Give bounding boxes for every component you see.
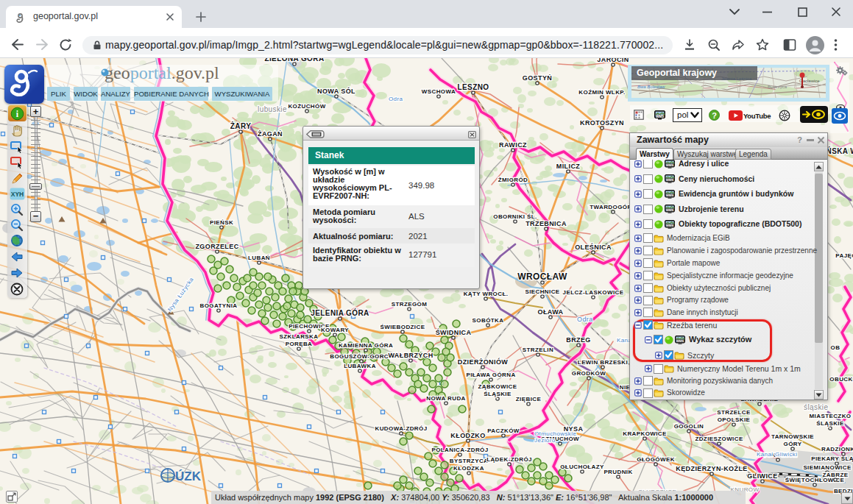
svg-text:ŚWIDNICA: ŚWIDNICA xyxy=(436,328,472,336)
svg-text:GŁOGÓWEK: GŁOGÓWEK xyxy=(637,456,675,463)
svg-text:GÓRY: GÓRY xyxy=(784,441,802,447)
svg-text:Jezioro: Jezioro xyxy=(534,437,556,444)
svg-text:NOWA SÓL: NOWA SÓL xyxy=(317,87,355,95)
svg-text:PORĘBA: PORĘBA xyxy=(286,341,313,347)
svg-text:POLANICA-ZDRÓJ: POLANICA-ZDRÓJ xyxy=(431,447,488,453)
svg-text:OB: OB xyxy=(831,344,840,351)
svg-text:Odra: Odra xyxy=(577,316,593,323)
svg-text:GOSTYŃ: GOSTYŃ xyxy=(523,74,552,82)
svg-text:WSCHOWA: WSCHOWA xyxy=(422,88,456,95)
svg-text:GLIWICE: GLIWICE xyxy=(747,472,777,480)
svg-text:SIEMIANOWICE: SIEMIANOWICE xyxy=(803,464,852,471)
svg-text:OBORNIKI ŚL.: OBORNIKI ŚL. xyxy=(493,213,537,220)
svg-text:JAROCIN: JAROCIN xyxy=(597,58,629,63)
svg-text:SZKLARSKA: SZKLARSKA xyxy=(280,333,319,340)
svg-text:PAJĘCZ: PAJĘCZ xyxy=(835,252,853,259)
svg-text:WMS: WMS xyxy=(666,224,674,227)
svg-text:WROCŁAW: WROCŁAW xyxy=(517,271,567,282)
svg-text:ŻARY: ŻARY xyxy=(230,121,251,130)
svg-text:KROTOSZYN: KROTOSZYN xyxy=(580,119,624,127)
svg-text:TARNOWSKIE: TARNOWSKIE xyxy=(771,433,814,440)
svg-text:Kanał Gliwicki: Kanał Gliwicki xyxy=(757,451,797,458)
svg-text:OLEŚNICA: OLEŚNICA xyxy=(575,243,612,251)
svg-text:PIŁAWA GÓRNA: PIŁAWA GÓRNA xyxy=(466,372,515,378)
svg-text:JELENIA GÓRA: JELENIA GÓRA xyxy=(311,308,369,317)
svg-text:ŚLĄSKIE: ŚLĄSKIE xyxy=(484,391,512,397)
svg-text:STRZELCE: STRZELCE xyxy=(717,409,751,416)
svg-text:OBUCK: OBUCK xyxy=(829,376,852,383)
svg-text:KAMIENNA GÓRA: KAMIENNA GÓRA xyxy=(339,342,393,349)
svg-text:RADZIONKÓW: RADZIONKÓW xyxy=(821,446,853,452)
svg-text:KRAPKOWICE: KRAPKOWICE xyxy=(623,430,667,437)
svg-text:Otmuchowskie: Otmuchowskie xyxy=(534,430,576,437)
svg-text:KŁODZKO: KŁODZKO xyxy=(450,432,485,439)
svg-text:ÚZK: ÚZK xyxy=(175,469,202,483)
svg-text:ZDZIESZOWICE: ZDZIESZOWICE xyxy=(695,436,743,442)
svg-text:WMS: WMS xyxy=(656,115,664,118)
svg-text:TRZEBNICA: TRZEBNICA xyxy=(525,220,567,227)
svg-text:WMS: WMS xyxy=(666,194,674,197)
svg-text:WMS: WMS xyxy=(666,208,674,212)
svg-text:ZABRZE: ZABRZE xyxy=(823,472,849,478)
svg-text:GŁUCHOŁAZY: GŁUCHOŁAZY xyxy=(560,464,604,470)
svg-text:SIECHNICE: SIECHNICE xyxy=(525,288,559,295)
svg-text:KOŹMIN WLKP.: KOŹMIN WLKP. xyxy=(578,89,625,96)
svg-text:PIEKARY ŚLĄSK: PIEKARY ŚLĄSK xyxy=(811,455,853,462)
svg-text:LESZNO: LESZNO xyxy=(458,83,489,91)
svg-text:XYH: XYH xyxy=(11,191,24,198)
svg-text:KUDOWA-ZDRÓJ: KUDOWA-ZDRÓJ xyxy=(375,425,427,432)
svg-text:LUBAWKA: LUBAWKA xyxy=(344,363,376,369)
svg-text:LUBAŃ: LUBAŃ xyxy=(248,255,270,261)
svg-text:DZIERŻONIÓW: DZIERŻONIÓW xyxy=(458,358,508,366)
svg-text:KOWARY: KOWARY xyxy=(321,327,349,333)
svg-text:lubuskie: lubuskie xyxy=(258,105,287,113)
svg-text:MIASTECZKO: MIASTECZKO xyxy=(810,413,852,419)
svg-text:KĄTY WROCŁ.: KĄTY WROCŁ. xyxy=(464,291,509,297)
svg-text:ZGORZELEC: ZGORZELEC xyxy=(195,243,238,250)
svg-text:BYSTRZYCA: BYSTRZYCA xyxy=(450,458,489,464)
svg-text:PACZKÓW: PACZKÓW xyxy=(487,427,520,434)
svg-text:PIEŃSK: PIEŃSK xyxy=(210,219,233,226)
svg-text:Bystrzyca: Bystrzyca xyxy=(768,85,787,89)
svg-text:ŻAGAŃ: ŻAGAŃ xyxy=(258,130,283,138)
svg-text:WMS: WMS xyxy=(666,163,674,167)
svg-text:ŚWIEBODZICE: ŚWIEBODZICE xyxy=(381,324,425,330)
svg-text:LĄDEK-ZDRÓJ: LĄDEK-ZDRÓJ xyxy=(486,456,532,463)
svg-text:BOGATYNIA: BOGATYNIA xyxy=(199,302,237,309)
svg-text:LEWIN BRZESKI: LEWIN BRZESKI xyxy=(578,359,628,366)
svg-text:GOGOLIN: GOGOLIN xyxy=(674,423,704,430)
svg-text:STRZEGOM: STRZEGOM xyxy=(392,301,428,308)
svg-text:ŻMIGRÓD: ŻMIGRÓD xyxy=(498,177,528,183)
svg-text:ZIELONA GÓRA: ZIELONA GÓRA xyxy=(264,58,324,63)
svg-text:KŁODZKA: KŁODZKA xyxy=(453,465,484,472)
svg-text:ZĄBKOWICE: ZĄBKOWICE xyxy=(478,383,517,390)
svg-text:STRZELIN: STRZELIN xyxy=(523,347,553,353)
svg-text:GRODKÓW: GRODKÓW xyxy=(572,370,606,377)
svg-text:ŚLĄSKIE: ŚLĄSKIE xyxy=(816,420,844,427)
svg-text:OPOLSKIE: OPOLSKIE xyxy=(718,416,751,423)
svg-text:MILICZ: MILICZ xyxy=(556,163,580,170)
svg-text:Odra: Odra xyxy=(389,96,403,102)
svg-text:WMS: WMS xyxy=(676,339,684,343)
svg-text:NOWA RUDA: NOWA RUDA xyxy=(426,395,466,402)
svg-text:WAŁBRZYCH: WAŁBRZYCH xyxy=(388,352,433,359)
svg-text:WMS: WMS xyxy=(666,178,674,182)
svg-text:ZIĘBICE: ZIĘBICE xyxy=(516,396,542,402)
svg-text:PRUDNIK: PRUDNIK xyxy=(604,469,632,475)
svg-text:?: ? xyxy=(712,111,717,120)
svg-text:KOŻUCHÓW: KOŻUCHÓW xyxy=(288,103,325,110)
svg-text:RAWICZ: RAWICZ xyxy=(499,141,527,149)
svg-text:Bwa Bolesław: Bwa Bolesław xyxy=(637,85,665,89)
svg-text:BRZEG: BRZEG xyxy=(566,336,591,344)
svg-text:BOGUSZÓW-GORCE: BOGUSZÓW-GORCE xyxy=(330,353,393,360)
svg-text:SOBÓTKA: SOBÓTKA xyxy=(472,317,504,324)
svg-text:OŁAWA: OŁAWA xyxy=(538,308,564,316)
svg-text:JELCZ-LASKOWICE: JELCZ-LASKOWICE xyxy=(563,289,624,296)
svg-text:śląskie: śląskie xyxy=(804,403,828,411)
svg-text:KĘDZIERZYN-KOŹLE: KĘDZIERZYN-KOŹLE xyxy=(676,465,747,472)
